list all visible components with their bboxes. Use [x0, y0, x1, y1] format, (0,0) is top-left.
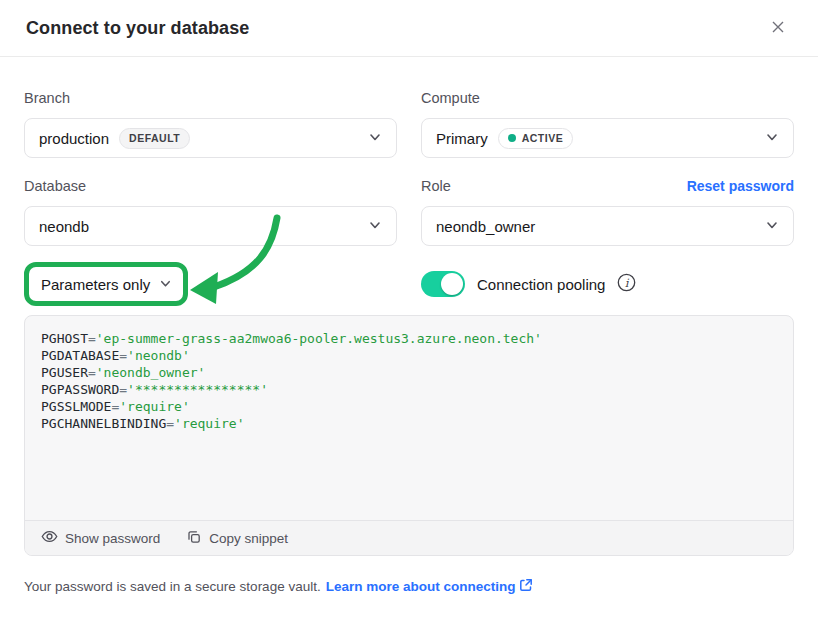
compute-select[interactable]: Primary ACTIVE — [421, 118, 794, 158]
connection-pooling-toggle[interactable] — [421, 271, 465, 297]
show-password-button[interactable]: Show password — [41, 528, 160, 548]
branch-value: production — [39, 130, 109, 147]
code-line: PGDATABASE='neondb' — [41, 347, 777, 364]
info-button[interactable]: i — [617, 273, 636, 295]
code-line: PGHOST='ep-summer-grass-aa2mwoa6-pooler.… — [41, 330, 777, 347]
eye-icon — [41, 528, 58, 548]
role-field: Role Reset password neondb_owner — [421, 178, 794, 246]
close-button[interactable] — [764, 13, 792, 44]
database-field: Database neondb — [24, 178, 397, 246]
dialog-title: Connect to your database — [26, 18, 249, 39]
default-badge: DEFAULT — [119, 128, 190, 149]
active-badge: ACTIVE — [498, 128, 574, 149]
chevron-down-icon — [765, 218, 779, 235]
compute-field: Compute Primary ACTIVE — [421, 90, 794, 158]
code-line: PGPASSWORD='****************' — [41, 381, 777, 398]
code-line: PGUSER='neondb_owner' — [41, 364, 777, 381]
code-line: PGCHANNELBINDING='require' — [41, 415, 777, 432]
database-label: Database — [24, 178, 86, 194]
branch-label: Branch — [24, 90, 70, 106]
compute-value: Primary — [436, 130, 488, 147]
database-select[interactable]: neondb — [24, 206, 397, 246]
secure-storage-note: Your password is saved in a secure stora… — [24, 578, 794, 595]
chevron-down-icon — [368, 218, 382, 235]
info-icon: i — [617, 273, 636, 295]
snippet-type-select[interactable]: Parameters only — [24, 262, 188, 306]
role-value: neondb_owner — [436, 218, 535, 235]
compute-label: Compute — [421, 90, 480, 106]
close-icon — [768, 17, 788, 40]
chevron-down-icon — [368, 130, 382, 147]
branch-field: Branch production DEFAULT — [24, 90, 397, 158]
external-link-icon — [519, 578, 533, 595]
reset-password-link[interactable]: Reset password — [687, 178, 794, 194]
role-label: Role — [421, 178, 451, 194]
connection-pooling-label: Connection pooling — [477, 276, 605, 293]
toggle-knob — [441, 273, 463, 295]
connect-database-dialog: Connect to your database Branch producti… — [0, 0, 818, 628]
dialog-header: Connect to your database — [0, 0, 818, 57]
active-status-dot — [508, 134, 516, 142]
snippet-footer-bar: Show password Copy snippet — [25, 520, 793, 555]
copy-snippet-button[interactable]: Copy snippet — [186, 529, 288, 548]
chevron-down-icon — [159, 276, 172, 293]
role-select[interactable]: neondb_owner — [421, 206, 794, 246]
chevron-down-icon — [765, 130, 779, 147]
svg-text:i: i — [625, 276, 630, 290]
learn-more-link[interactable]: Learn more about connecting — [326, 578, 534, 595]
code-line: PGSSLMODE='require' — [41, 398, 777, 415]
connection-snippet-code: PGHOST='ep-summer-grass-aa2mwoa6-pooler.… — [25, 316, 793, 520]
copy-icon — [186, 529, 202, 548]
connection-pooling-row: Connection pooling i — [421, 262, 794, 306]
snippet-type-value: Parameters only — [41, 276, 150, 293]
dialog-body: Branch production DEFAULT Compute Primar… — [0, 90, 818, 595]
connection-snippet-block: PGHOST='ep-summer-grass-aa2mwoa6-pooler.… — [24, 315, 794, 556]
database-value: neondb — [39, 218, 89, 235]
branch-select[interactable]: production DEFAULT — [24, 118, 397, 158]
